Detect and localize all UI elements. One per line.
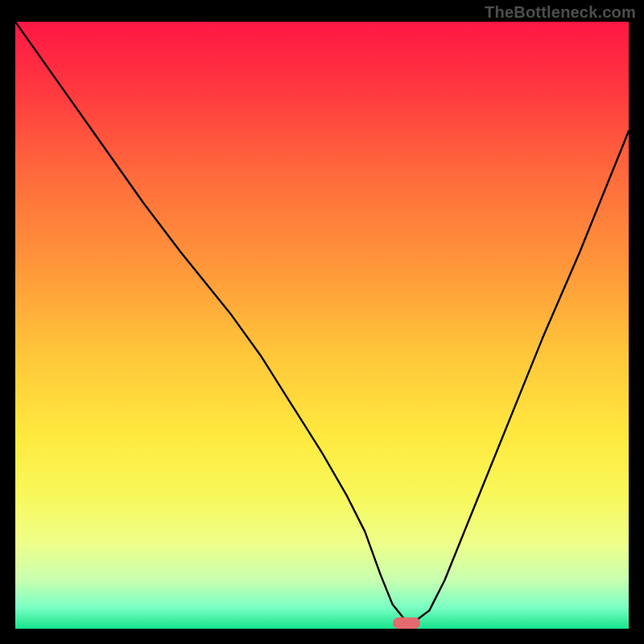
chart-svg (15, 22, 629, 629)
chart-frame: TheBottleneck.com (0, 0, 644, 644)
gradient-background (15, 22, 629, 629)
watermark-text: TheBottleneck.com (485, 3, 636, 22)
optimum-marker (393, 617, 420, 629)
plot-area (15, 22, 629, 629)
